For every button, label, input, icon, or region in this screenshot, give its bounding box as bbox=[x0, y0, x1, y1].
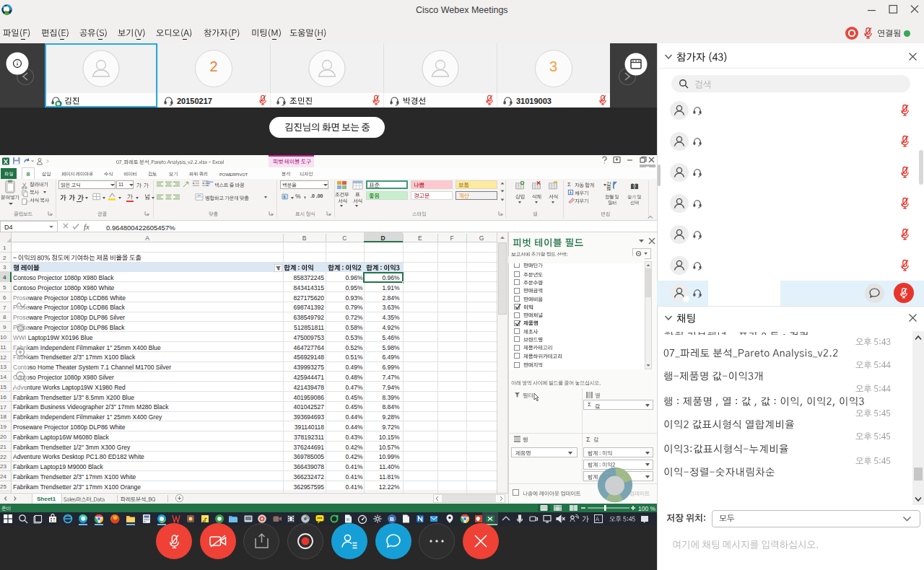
svg-text:혆: 혆 bbox=[606, 185, 611, 190]
svg-text:P: P bbox=[477, 517, 481, 522]
svg-text:B: B bbox=[390, 516, 394, 522]
svg-text:$: $ bbox=[284, 195, 286, 199]
svg-text:fx: fx bbox=[84, 222, 90, 231]
